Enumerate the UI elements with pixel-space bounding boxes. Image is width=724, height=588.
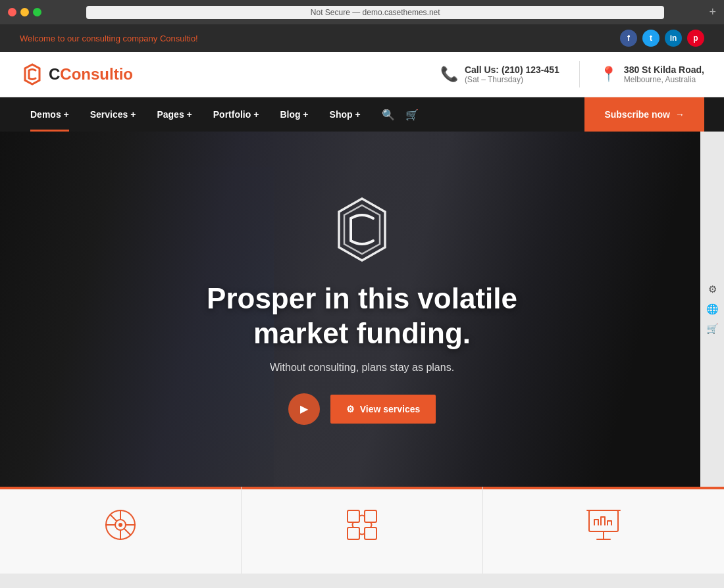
presentation-icon — [584, 505, 623, 550]
hero-section: Prosper in this volatile market funding.… — [0, 132, 724, 574]
hero-logo — [207, 193, 517, 268]
pinterest-icon[interactable]: p — [687, 30, 704, 47]
nav-item-services[interactable]: Services + — [80, 97, 147, 132]
bottom-cards — [0, 487, 724, 574]
header-divider — [579, 61, 580, 87]
play-button[interactable]: ▶ — [288, 393, 320, 425]
header-contact-info: 📞 Call Us: (210) 123-451 (Sat – Thursday… — [440, 61, 704, 87]
phone-text: Call Us: (210) 123-451 (Sat – Thursday) — [465, 64, 559, 84]
svg-point-2 — [118, 523, 122, 527]
search-button[interactable]: 🔍 — [382, 109, 395, 121]
twitter-icon[interactable]: t — [642, 30, 659, 47]
facebook-icon[interactable]: f — [620, 30, 637, 47]
browser-dots — [8, 8, 41, 16]
puzzle-icon — [342, 505, 382, 550]
logo-svg — [20, 62, 45, 87]
hero-buttons: ▶ ⚙ View services — [207, 393, 517, 425]
c-logo-svg — [326, 193, 398, 266]
settings-tool[interactable]: ⚙ — [708, 283, 717, 295]
globe-tool[interactable]: 🌐 — [706, 303, 719, 315]
svg-rect-4 — [365, 510, 376, 522]
svg-rect-7 — [589, 510, 618, 531]
address-bar[interactable]: Not Secure — demo.casethemes.net — [86, 6, 664, 19]
subscribe-button[interactable]: Subscribe now → — [584, 97, 704, 132]
website: Welcome to our consulting company Consul… — [0, 24, 724, 574]
sidebar-tools: ⚙ 🌐 🛒 — [700, 132, 724, 487]
cart-button[interactable]: 🛒 — [405, 109, 419, 121]
svg-rect-6 — [365, 527, 376, 539]
nav-item-demos[interactable]: Demos + — [20, 97, 80, 132]
bottom-card-3 — [483, 487, 724, 574]
puzzle-svg — [342, 505, 382, 545]
services-icon: ⚙ — [346, 404, 355, 414]
svg-rect-5 — [348, 527, 359, 539]
logo[interactable]: CConsultio — [20, 62, 133, 87]
nav-items: Demos + Services + Pages + Portfolio + B… — [20, 97, 584, 132]
linkedin-icon[interactable]: in — [665, 30, 682, 47]
close-dot[interactable] — [8, 8, 16, 16]
location-icon: 📍 — [600, 66, 617, 83]
top-bar: Welcome to our consulting company Consul… — [0, 24, 724, 52]
presentation-svg — [584, 505, 623, 545]
maximize-dot[interactable] — [33, 8, 41, 16]
hero-subtitle: Without consulting, plans stay as plans. — [207, 362, 517, 374]
nav-item-blog[interactable]: Blog + — [269, 97, 319, 132]
nav-icons: 🔍 🛒 — [371, 109, 429, 121]
hero-content: Prosper in this volatile market funding.… — [194, 193, 530, 425]
logo-text: CConsultio — [49, 65, 133, 84]
nav-item-portfolio[interactable]: Portfolio + — [203, 97, 270, 132]
browser-chrome: Not Secure — demo.casethemes.net + — [0, 0, 724, 24]
phone-icon: 📞 — [440, 66, 458, 83]
svg-rect-3 — [348, 510, 359, 522]
cart-tool[interactable]: 🛒 — [706, 323, 719, 335]
bottom-card-1 — [0, 487, 242, 574]
services-button[interactable]: ⚙ View services — [330, 395, 436, 424]
top-bar-welcome: Welcome to our consulting company Consul… — [20, 34, 198, 43]
chart-icon — [101, 505, 140, 550]
minimize-dot[interactable] — [20, 8, 29, 16]
nav-item-shop[interactable]: Shop + — [319, 97, 371, 132]
site-header: CConsultio 📞 Call Us: (210) 123-451 (Sat… — [0, 52, 724, 97]
phone-info: 📞 Call Us: (210) 123-451 (Sat – Thursday… — [440, 64, 559, 84]
hero: Prosper in this volatile market funding.… — [0, 132, 724, 487]
hero-title: Prosper in this volatile market funding. — [207, 282, 517, 351]
bottom-card-2 — [242, 487, 483, 574]
navbar: Demos + Services + Pages + Portfolio + B… — [0, 97, 724, 132]
new-tab-button[interactable]: + — [709, 5, 716, 19]
nav-item-pages[interactable]: Pages + — [146, 97, 202, 132]
address-text: 380 St Kilda Road, Melbourne, Australia — [624, 64, 704, 84]
chart-circle-icon — [101, 505, 140, 545]
address-info: 📍 380 St Kilda Road, Melbourne, Australi… — [600, 64, 704, 84]
social-icons: f t in p — [620, 30, 704, 47]
